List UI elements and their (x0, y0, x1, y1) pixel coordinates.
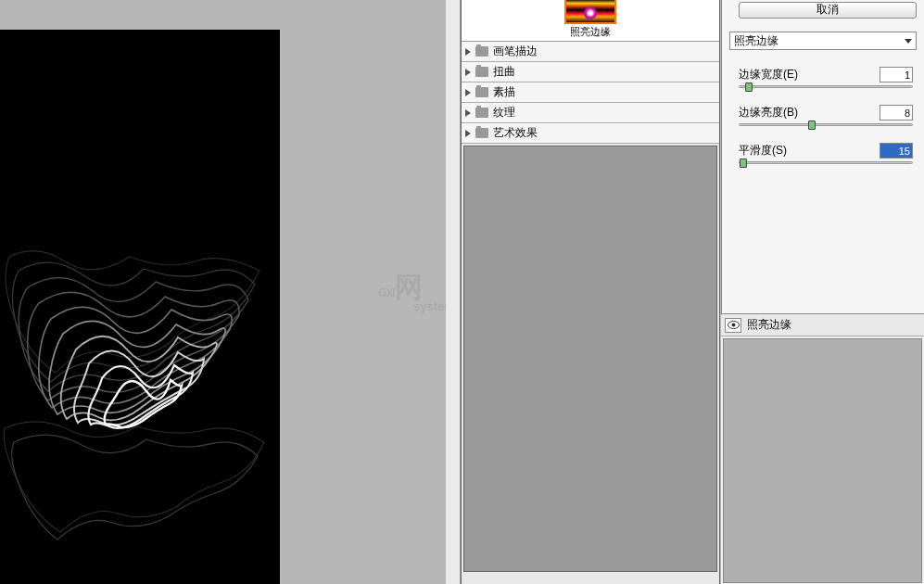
preview-canvas[interactable] (0, 30, 280, 584)
glowing-edges-art (0, 30, 280, 584)
param-label: 平滑度(S) (739, 143, 787, 159)
filter-thumbnails: 照亮边缘 (462, 0, 719, 42)
category-row[interactable]: 扭曲 (462, 62, 719, 83)
slider-track[interactable] (739, 161, 913, 164)
watermark-net: 网 (395, 272, 422, 302)
triangle-right-icon (465, 109, 471, 117)
chevron-down-icon (905, 39, 912, 44)
category-label: 纹理 (493, 105, 515, 121)
folder-icon (475, 67, 488, 77)
cancel-button[interactable]: 取消 (739, 2, 917, 19)
thumb-preview (564, 0, 616, 24)
folder-icon (475, 128, 488, 138)
svg-point-1 (731, 324, 735, 327)
category-label: 艺术效果 (493, 125, 538, 141)
param-input[interactable] (880, 67, 913, 83)
slider-thumb[interactable] (740, 159, 747, 168)
category-label: 素描 (493, 84, 515, 100)
param-block: 边缘亮度(B) (739, 105, 913, 126)
filter-dropdown[interactable]: 照亮边缘 (729, 32, 917, 50)
effect-layer-row[interactable]: 照亮边缘 (721, 314, 924, 336)
slider-track[interactable] (739, 123, 913, 126)
effect-layer-name: 照亮边缘 (747, 317, 791, 333)
slider-track[interactable] (739, 85, 913, 88)
folder-icon (475, 46, 488, 57)
category-row[interactable]: 素描 (462, 83, 719, 103)
scrollbar-left[interactable] (446, 0, 461, 584)
category-row[interactable]: 艺术效果 (462, 123, 719, 144)
triangle-right-icon (465, 89, 471, 96)
param-input[interactable] (880, 105, 913, 121)
folder-icon (475, 87, 488, 97)
slider-thumb[interactable] (745, 83, 753, 92)
watermark-main: GXI (378, 286, 395, 299)
triangle-right-icon (465, 69, 471, 76)
param-block: 边缘宽度(E) (739, 67, 913, 88)
dropdown-value: 照亮边缘 (734, 33, 778, 49)
folder-icon (475, 108, 488, 118)
param-label: 边缘亮度(B) (739, 105, 798, 121)
effect-layers-panel: 照亮边缘 (721, 313, 924, 584)
param-block: 平滑度(S) (739, 143, 913, 164)
filter-column: 照亮边缘 画笔描边扭曲素描纹理艺术效果 (461, 0, 720, 584)
triangle-right-icon (465, 130, 471, 137)
category-label: 画笔描边 (493, 44, 538, 59)
thumb-label: 照亮边缘 (560, 25, 621, 39)
category-row[interactable]: 纹理 (462, 103, 719, 123)
category-preview-box (463, 146, 717, 572)
eye-icon[interactable] (725, 318, 741, 333)
slider-thumb[interactable] (808, 121, 816, 130)
param-input[interactable] (880, 143, 913, 159)
filter-thumb-selected[interactable]: 照亮边缘 (560, 0, 621, 39)
param-label: 边缘宽度(E) (739, 67, 798, 83)
category-row[interactable]: 画笔描边 (462, 42, 719, 62)
category-label: 扭曲 (493, 64, 515, 80)
triangle-right-icon (465, 48, 471, 56)
effect-layers-body (723, 338, 922, 583)
